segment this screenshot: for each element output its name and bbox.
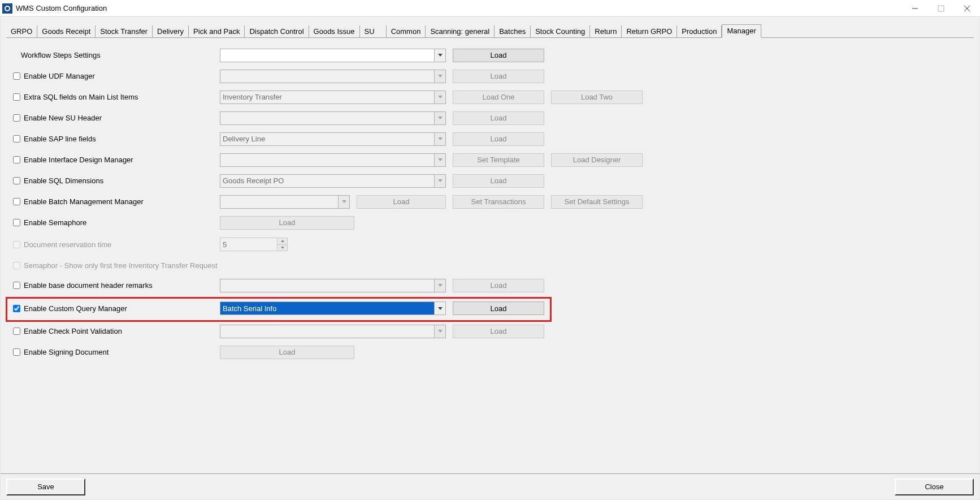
checkbox-new-su[interactable] [13, 114, 20, 122]
label-sap-line: Enable SAP line fields [24, 135, 96, 143]
row-sap-line: Enable SAP line fields Delivery Line Loa… [11, 128, 969, 149]
chevron-down-icon [434, 91, 445, 104]
load-batch-mgmt-button: Load [357, 195, 446, 209]
label-base-doc-remarks: Enable base document header remarks [24, 281, 153, 290]
svg-rect-1 [938, 6, 944, 11]
tab-return[interactable]: Return [590, 25, 622, 38]
combo-udf [220, 70, 446, 83]
label-check-point: Enable Check Point Validation [24, 327, 122, 335]
checkbox-batch-mgmt[interactable] [13, 198, 20, 205]
combo-new-su [220, 111, 446, 125]
load-one-button: Load One [453, 90, 544, 104]
checkbox-custom-query[interactable] [13, 305, 20, 312]
close-button[interactable]: Close [895, 479, 974, 495]
chevron-down-icon [434, 175, 445, 187]
checkbox-interface-design[interactable] [13, 156, 20, 163]
tab-pick-and-pack[interactable]: Pick and Pack [189, 25, 245, 38]
window-controls [902, 0, 980, 16]
row-extra-sql: Extra SQL fields on Main List Items Inve… [11, 87, 969, 107]
tab-strip: GRPO Goods Receipt Stock Transfer Delive… [6, 23, 974, 37]
minimize-button[interactable] [902, 0, 928, 16]
checkbox-signing[interactable] [13, 348, 20, 356]
set-template-button: Set Template [453, 153, 544, 167]
tab-stock-transfer[interactable]: Stock Transfer [96, 25, 153, 38]
label-batch-mgmt: Enable Batch Management Manager [24, 197, 144, 206]
spinner-doc-res-time: 5 [220, 238, 288, 251]
tab-goods-receipt[interactable]: Goods Receipt [37, 25, 96, 38]
checkbox-base-doc-remarks[interactable] [13, 282, 20, 289]
load-sql-dim-button: Load [453, 174, 544, 188]
checkbox-sap-line[interactable] [13, 135, 20, 143]
row-doc-res-time: Document reservation time 5 [11, 233, 969, 256]
label-semaphor-first: Semaphor - Show only first free Inventor… [24, 261, 218, 270]
load-custom-query-button[interactable]: Load [453, 301, 544, 315]
row-batch-mgmt: Enable Batch Management Manager Load Set… [11, 191, 969, 212]
checkbox-semaphor-first [13, 262, 20, 269]
row-custom-query: Enable Custom Query Manager Batch Serial… [11, 296, 969, 321]
label-signing: Enable Signing Document [24, 348, 109, 356]
checkbox-extra-sql[interactable] [13, 93, 20, 101]
combo-batch-mgmt [220, 195, 350, 209]
label-sql-dim: Enable SQL Dimensions [24, 176, 103, 185]
checkbox-sql-dim[interactable] [13, 177, 20, 184]
maximize-button[interactable] [928, 0, 954, 16]
combo-check-point [220, 325, 446, 338]
load-two-button: Load Two [551, 90, 643, 104]
tab-delivery[interactable]: Delivery [153, 25, 189, 38]
label-workflow: Workflow Steps Settings [21, 51, 101, 59]
checkbox-check-point[interactable] [13, 327, 20, 335]
tab-goods-issue[interactable]: Goods Issue [309, 25, 360, 38]
combo-workflow[interactable] [220, 49, 446, 62]
chevron-down-icon[interactable] [434, 302, 445, 314]
row-semaphor-first: Semaphor - Show only first free Inventor… [11, 256, 969, 275]
chevron-down-icon [434, 112, 445, 124]
row-sql-dim: Enable SQL Dimensions Goods Receipt PO L… [11, 170, 969, 191]
manager-panel: Workflow Steps Settings Load Enable UDF … [6, 37, 974, 462]
combo-sap-line: Delivery Line [220, 132, 446, 146]
label-custom-query: Enable Custom Query Manager [24, 304, 127, 313]
row-check-point: Enable Check Point Validation Load [11, 321, 969, 342]
load-udf-button: Load [453, 70, 544, 83]
set-default-settings-button: Set Default Settings [551, 195, 643, 209]
label-new-su: Enable New SU Header [24, 114, 102, 122]
combo-custom-query[interactable]: Batch Serial Info [220, 301, 446, 315]
tab-production[interactable]: Production [677, 25, 722, 38]
load-sap-line-button: Load [453, 132, 544, 146]
chevron-down-icon [434, 133, 445, 145]
tab-stock-counting[interactable]: Stock Counting [531, 25, 590, 38]
chevron-down-icon [434, 70, 445, 83]
combo-extra-sql: Inventory Transfer [220, 90, 446, 104]
load-workflow-button[interactable]: Load [453, 49, 544, 62]
load-semaphore-button: Load [220, 216, 354, 230]
chevron-down-icon [338, 196, 349, 208]
load-designer-button: Load Designer [551, 153, 643, 167]
chevron-down-icon [434, 325, 445, 338]
row-signing: Enable Signing Document Load [11, 342, 969, 363]
row-interface-design: Enable Interface Design Manager Set Temp… [11, 149, 969, 170]
load-base-doc-remarks-button: Load [453, 279, 544, 292]
tab-batches[interactable]: Batches [495, 25, 531, 38]
row-udf: Enable UDF Manager Load [11, 66, 969, 87]
tab-manager[interactable]: Manager [722, 24, 761, 38]
bottom-bar: Save Close [1, 473, 979, 499]
label-semaphore: Enable Semaphore [24, 218, 86, 227]
checkbox-udf[interactable] [13, 72, 20, 80]
main-frame: GRPO Goods Receipt Stock Transfer Delive… [0, 17, 980, 500]
tab-grpo[interactable]: GRPO [6, 25, 37, 38]
label-doc-res-time: Document reservation time [24, 240, 111, 249]
tab-return-grpo[interactable]: Return GRPO [622, 25, 677, 38]
tab-su[interactable]: SU [360, 25, 387, 38]
window-title: WMS Custom Configuration [16, 4, 107, 12]
tab-scanning-general[interactable]: Scanning: general [426, 25, 495, 38]
chevron-down-icon [434, 279, 445, 292]
close-window-button[interactable] [954, 0, 980, 16]
checkbox-semaphore[interactable] [13, 219, 20, 226]
combo-base-doc-remarks [220, 279, 446, 292]
spinner-buttons [277, 238, 287, 251]
tab-common[interactable]: Common [387, 25, 426, 38]
label-extra-sql: Extra SQL fields on Main List Items [24, 93, 138, 101]
tab-dispatch-control[interactable]: Dispatch Control [245, 25, 309, 38]
chevron-down-icon[interactable] [434, 49, 445, 62]
chevron-down-icon [434, 154, 445, 166]
save-button[interactable]: Save [6, 479, 85, 495]
